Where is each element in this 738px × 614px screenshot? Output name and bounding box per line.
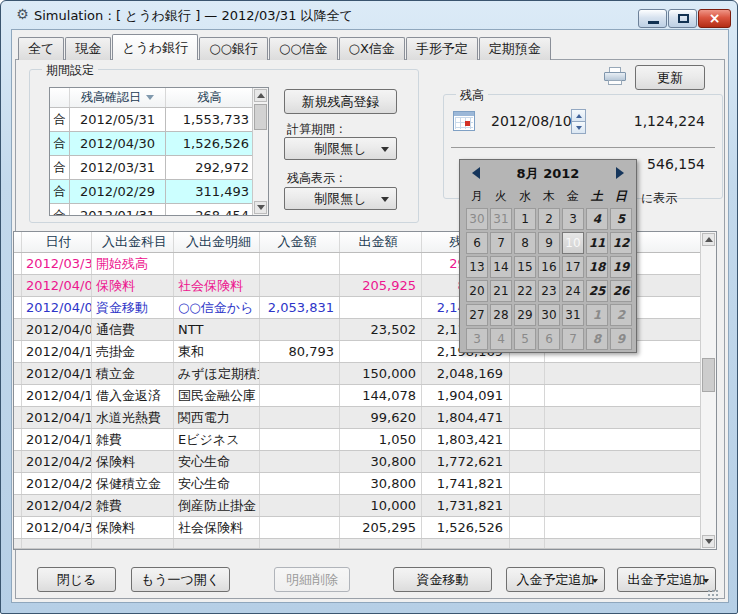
close-button[interactable]: 閉じる [37, 567, 116, 592]
calendar-day[interactable]: 3 [466, 328, 488, 350]
table-row[interactable]: 2012/04/10積立金みずほ定期積立150,0002,048,169 [14, 363, 702, 385]
tab-shinkin-2[interactable]: ○X信金 [339, 37, 405, 60]
calendar-day[interactable]: 19 [610, 256, 632, 278]
tab-time-deposit[interactable]: 定期預金 [479, 37, 551, 60]
calendar-day[interactable]: 2 [610, 304, 632, 326]
column-header[interactable] [50, 88, 70, 107]
scrollbar-thumb[interactable] [702, 358, 715, 392]
fund-transfer-button[interactable]: 資金移動 [393, 567, 492, 592]
calendar-day[interactable]: 24 [562, 280, 584, 302]
add-income-schedule-button[interactable]: 入金予定追加 [506, 567, 605, 592]
balance-history-row[interactable]: 合2012/03/31292,972 [50, 156, 268, 180]
column-header[interactable]: 残高 [166, 88, 254, 107]
calendar-day[interactable]: 20 [466, 280, 488, 302]
calendar-day[interactable]: 15 [514, 256, 536, 278]
calendar-day[interactable]: 16 [538, 256, 560, 278]
scrollbar-thumb[interactable] [254, 104, 267, 130]
calendar-day[interactable]: 3 [562, 208, 584, 230]
calendar-day[interactable]: 31 [490, 208, 512, 230]
scroll-down-button[interactable] [702, 535, 715, 548]
balance-history-row[interactable]: 合2012/05/311,553,733 [50, 108, 268, 132]
add-expense-schedule-button[interactable]: 出金予定追加 [617, 567, 716, 592]
scroll-down-button[interactable] [254, 201, 267, 214]
calendar-day[interactable]: 5 [610, 208, 632, 230]
calendar-day[interactable]: 7 [562, 328, 584, 350]
tab-bill-schedule[interactable]: 手形予定 [406, 37, 478, 60]
calendar-day[interactable]: 4 [490, 328, 512, 350]
tab-cash[interactable]: 現金 [65, 37, 111, 60]
period-table-scrollbar[interactable] [252, 88, 268, 215]
calendar-day[interactable]: 12 [610, 232, 632, 254]
table-row[interactable]: 2012/04/16雑費Eビジネス1,0501,803,421 [14, 429, 702, 451]
calendar-day[interactable]: 5 [514, 328, 536, 350]
open-another-button[interactable]: もう一つ開く [131, 567, 230, 592]
calendar-day[interactable]: 4 [586, 208, 608, 230]
table-scrollbar[interactable] [700, 232, 716, 549]
printer-icon[interactable] [604, 67, 626, 86]
balance-history-header[interactable]: 残高確認日残高 [50, 88, 268, 108]
scroll-up-button[interactable] [702, 233, 715, 246]
scroll-up-button[interactable] [254, 89, 267, 102]
table-row[interactable]: 2012/04/30保険料社会保険料205,2951,526,526 [14, 517, 702, 539]
calendar-day[interactable]: 6 [466, 232, 488, 254]
cell-out: 30,800 [340, 451, 422, 472]
balance-display-select[interactable]: 制限無し [284, 187, 397, 210]
calendar-day[interactable]: 7 [490, 232, 512, 254]
calendar-icon[interactable] [453, 111, 475, 131]
calendar-day[interactable]: 8 [586, 328, 608, 350]
minimize-button[interactable] [638, 9, 667, 28]
calendar-day[interactable]: 1 [514, 208, 536, 230]
calendar-day[interactable]: 8 [514, 232, 536, 254]
balance-history-row[interactable]: 合2012/02/29311,493 [50, 180, 268, 204]
refresh-button[interactable]: 更新 [635, 65, 705, 90]
calendar-day[interactable]: 2 [538, 208, 560, 230]
tab-towa-bank[interactable]: とうわ銀行 [112, 34, 198, 60]
balance-date-field[interactable]: 2012/08/10 [491, 113, 572, 129]
calendar-day[interactable]: 17 [562, 256, 584, 278]
column-header[interactable]: 入出金明細 [174, 232, 260, 252]
calendar-day[interactable]: 28 [490, 304, 512, 326]
calendar-day[interactable]: 25 [586, 280, 608, 302]
column-header[interactable]: 入出金科目 [92, 232, 174, 252]
tab-shinkin-1[interactable]: ○○信金 [269, 37, 338, 60]
column-header[interactable]: 出金額 [340, 232, 422, 252]
column-header[interactable] [14, 232, 22, 252]
calendar-day[interactable]: 11 [586, 232, 608, 254]
calendar-day[interactable]: 26 [610, 280, 632, 302]
title-bar[interactable]: ⚙ Simulation : [ とうわ銀行 ] — 2012/03/31 以降… [1, 1, 737, 29]
table-row[interactable]: 2012/04/27雑費倒産防止掛金10,0001,731,821 [14, 495, 702, 517]
maximize-button[interactable] [668, 9, 697, 28]
calc-period-select[interactable]: 制限無し [284, 137, 397, 160]
tab-bank[interactable]: ○○銀行 [199, 37, 268, 60]
table-row[interactable]: 2012/04/27保険料安心生命30,8001,772,621 [14, 451, 702, 473]
balance-history-row[interactable]: 合2012/01/31268,454 [50, 204, 268, 216]
calendar-day[interactable]: 22 [514, 280, 536, 302]
table-row[interactable]: 2012/04/10借入金返済国民金融公庫144,0781,904,091 [14, 385, 702, 407]
table-row[interactable]: 2012/04/16水道光熱費関西電力99,6201,804,471 [14, 407, 702, 429]
resize-grip[interactable] [707, 589, 719, 601]
calendar-day[interactable]: 23 [538, 280, 560, 302]
calendar-next-icon[interactable] [616, 167, 624, 179]
column-header[interactable]: 残高確認日 [70, 88, 166, 107]
calendar-day[interactable]: 30 [538, 304, 560, 326]
calendar-day[interactable]: 31 [562, 304, 584, 326]
calendar-day[interactable]: 27 [466, 304, 488, 326]
column-header[interactable]: 日付 [22, 232, 92, 252]
calendar-day[interactable]: 13 [466, 256, 488, 278]
calendar-day[interactable]: 9 [538, 232, 560, 254]
calendar-day[interactable]: 1 [586, 304, 608, 326]
calendar-day-selected[interactable]: 10 [562, 232, 584, 254]
calendar-day[interactable]: 14 [490, 256, 512, 278]
calendar-day[interactable]: 6 [538, 328, 560, 350]
table-row[interactable]: 2012/04/27保健積立金安心生命30,8001,741,821 [14, 473, 702, 495]
column-header[interactable]: 入金額 [260, 232, 340, 252]
register-new-balance-button[interactable]: 新規残高登録 [284, 89, 397, 114]
calendar-day[interactable]: 9 [610, 328, 632, 350]
balance-history-row[interactable]: 合2012/04/301,526,526 [50, 132, 268, 156]
close-window-button[interactable]: × [698, 9, 731, 28]
calendar-day[interactable]: 29 [514, 304, 536, 326]
calendar-day[interactable]: 21 [490, 280, 512, 302]
calendar-day[interactable]: 18 [586, 256, 608, 278]
tab-all[interactable]: 全て [18, 37, 64, 60]
calendar-day[interactable]: 30 [466, 208, 488, 230]
